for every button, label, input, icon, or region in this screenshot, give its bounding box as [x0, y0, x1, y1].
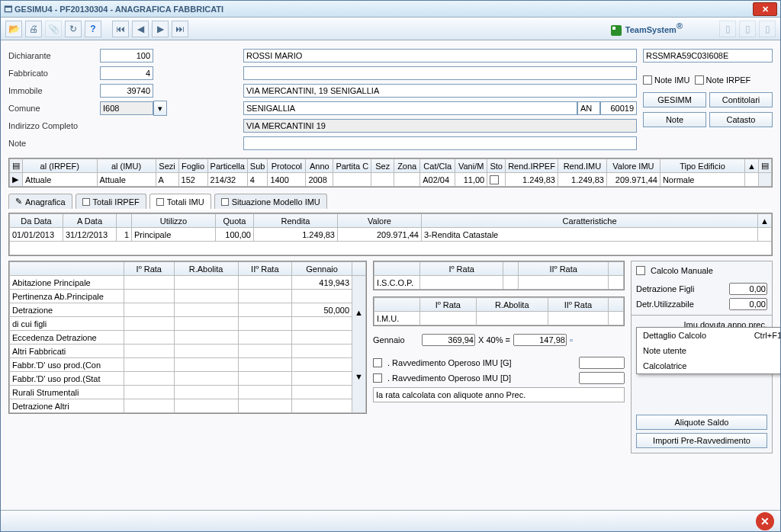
tool-b-icon[interactable]: ▯ — [739, 21, 756, 37]
iscop-label: I.S.C.O.P. — [374, 276, 420, 290]
grid-imu[interactable]: Iº RataR.AbolitaIIº Rata I.M.U. — [373, 296, 625, 326]
nome-input[interactable] — [243, 49, 637, 62]
tool-c-icon[interactable]: ▯ — [759, 21, 776, 37]
importi-button[interactable]: Importi Pre-Ravvedimento — [636, 433, 767, 448]
grid-dettaglio-rate[interactable]: Iº RataR.AbolitaIIº RataGennaio Abitazio… — [8, 261, 367, 414]
titlebar: 🗔 GESIMU4 - PF20130304 - ANAGRAFICA FABB… — [1, 1, 780, 18]
indirizzo-input[interactable] — [243, 84, 637, 98]
lbl-calcman: Calcolo Manuale — [651, 266, 713, 275]
ctx-noteutente[interactable]: Note utente — [637, 343, 780, 358]
print-icon[interactable]: 🖨 — [25, 21, 42, 37]
detutil-val[interactable] — [729, 298, 767, 310]
lbl-ravg: . Ravvedimento Operoso IMU [G] — [387, 358, 512, 367]
app-icon: 🗔 — [4, 5, 12, 14]
ravd-input[interactable] — [579, 372, 625, 384]
refresh-icon[interactable]: ↻ — [65, 21, 82, 37]
brand-logo: TeamSystem® — [611, 21, 683, 36]
lbl-comune: Comune — [8, 104, 100, 113]
table-row[interactable]: 01/01/201331/12/20131Principale100,001.2… — [10, 228, 772, 242]
x40-val[interactable] — [513, 334, 567, 346]
note-input[interactable] — [243, 136, 637, 150]
help-icon[interactable]: ? — [85, 21, 101, 37]
calcman-checkbox[interactable] — [636, 266, 645, 275]
ravv-g-checkbox[interactable] — [373, 358, 382, 367]
fabbricato-desc[interactable] — [243, 66, 637, 80]
prov-input[interactable] — [577, 101, 600, 115]
nav-prev-icon[interactable]: ◀ — [132, 21, 149, 37]
ravv-d-checkbox[interactable] — [373, 373, 382, 383]
close-button[interactable]: ✕ — [753, 2, 777, 16]
error-icon[interactable]: ✕ — [756, 512, 774, 530]
ravg-input[interactable] — [579, 357, 625, 369]
lbl-indcompl: Indirizzo Completo — [8, 121, 100, 130]
aliquote-button[interactable]: Aliquote Saldo — [636, 415, 767, 430]
gesimm-button[interactable]: GESIMM — [643, 92, 706, 107]
expand-icon[interactable]: ▫ — [570, 335, 573, 345]
immobile-input[interactable] — [100, 84, 153, 98]
ctx-dettaglio[interactable]: Dettaglio CalcoloCtrl+F1 — [637, 328, 780, 343]
comune-cod — [100, 101, 153, 115]
indcompl-input — [243, 119, 637, 133]
nav-next-icon[interactable]: ▶ — [152, 21, 169, 37]
tab-totali-irpef[interactable]: Totali IRPEF — [76, 194, 146, 209]
lbl-dichiarante: Dichiarante — [8, 51, 100, 60]
ctx-calcolatrice[interactable]: Calcolatrice — [637, 358, 780, 373]
tab-totali-imu[interactable]: Totali IMU — [149, 194, 211, 209]
grid-iscop[interactable]: Iº RataIIº Rata I.S.C.O.P. — [373, 261, 625, 290]
lbl-x40: X 40% = — [478, 335, 510, 345]
note-button[interactable]: Note — [643, 112, 706, 127]
cf-input[interactable] — [643, 49, 773, 62]
lbl-immobile: Immobile — [8, 86, 100, 95]
statusbar: ✕ — [1, 510, 780, 531]
note-imu-checkbox[interactable] — [643, 75, 652, 85]
nav-first-icon[interactable]: ⏮ — [112, 21, 129, 37]
right-panel: Calcolo Manuale Detrazione Figli Detr.Ut… — [631, 261, 773, 453]
grid-fabbricati[interactable]: ▤ al (IRPEF)al (IMU)SeziFoglioParticella… — [8, 158, 773, 187]
fabbricato-input[interactable] — [100, 66, 153, 80]
lbl-detutil: Detr.Utilizzabile — [636, 300, 726, 309]
note-irpef-checkbox[interactable] — [695, 75, 704, 85]
window-title: GESIMU4 - PF20130304 - ANAGRAFICA FABBRI… — [14, 5, 223, 14]
open-icon[interactable]: 📂 — [5, 21, 22, 37]
lbl-detfigli: Detrazione Figli — [636, 284, 726, 293]
cap-input[interactable] — [600, 101, 637, 115]
clip-icon[interactable]: 📎 — [45, 21, 62, 37]
lbl-gennaio: Gennaio — [373, 335, 419, 345]
tab-situazione-imu[interactable]: Situazione Modello IMU — [214, 194, 327, 209]
lbl-fabbricato: Fabbricato — [8, 69, 100, 78]
context-menu: Dettaglio CalcoloCtrl+F1 Note utente Cal… — [636, 327, 780, 374]
comune-nome[interactable] — [243, 101, 577, 115]
contitolari-button[interactable]: Contitolari — [709, 92, 773, 107]
grid-periodi[interactable]: Da DataA DataUtilizzoQuotaRenditaValoreC… — [8, 213, 773, 256]
imu-label: I.M.U. — [374, 312, 420, 325]
lbl-ravd: . Ravvedimento Operoso IMU [D] — [387, 373, 511, 383]
lbl-ratacalc: Ia rata calcolata con aliquote anno Prec… — [376, 390, 525, 399]
dichiarante-input[interactable] — [100, 49, 153, 62]
nav-last-icon[interactable]: ⏭ — [172, 21, 188, 37]
svg-rect-1 — [612, 27, 615, 30]
lbl-noteirpef: Note IRPEF — [706, 75, 751, 85]
comune-lookup-button[interactable]: ▾ — [153, 101, 167, 116]
lbl-note: Note — [8, 139, 100, 148]
catasto-button[interactable]: Catasto — [709, 112, 773, 127]
detfigli-val[interactable] — [729, 283, 767, 295]
table-row[interactable]: ▶ AttualeAttualeA152214/32414002008A02/0… — [10, 173, 772, 187]
tool-a-icon[interactable]: ▯ — [719, 21, 736, 37]
lbl-noteimu: Note IMU — [654, 75, 689, 85]
toolbar: 📂 🖨 📎 ↻ ? ⏮ ◀ ▶ ⏭ TeamSystem® ▯ ▯ ▯ — [1, 18, 780, 40]
tab-anagrafica[interactable]: ✎ Anagrafica — [8, 194, 72, 209]
tab-bar: ✎ Anagrafica Totali IRPEF Totali IMU Sit… — [8, 194, 773, 210]
gennaio-val[interactable] — [422, 334, 475, 346]
